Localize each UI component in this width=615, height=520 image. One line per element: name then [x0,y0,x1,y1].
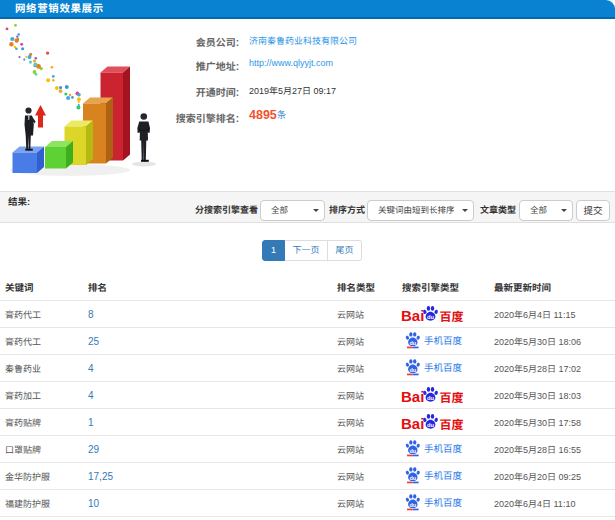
svg-text:du: du [409,475,416,481]
svg-text:Bai: Bai [401,388,424,405]
svg-text:百度: 百度 [440,415,464,432]
svg-text:手机百度: 手机百度 [424,495,463,509]
svg-text:百度: 百度 [440,307,464,324]
svg-text:手机百度: 手机百度 [424,468,463,482]
svg-text:Bai: Bai [401,415,424,432]
svg-text:手机百度: 手机百度 [424,360,463,374]
svg-text:Bai: Bai [401,307,424,324]
svg-text:du: du [409,502,416,508]
svg-text:du: du [409,340,416,346]
svg-text:du: du [427,395,435,401]
svg-text:du: du [409,367,416,373]
svg-text:手机百度: 手机百度 [424,333,463,347]
svg-text:手机百度: 手机百度 [424,441,463,455]
svg-text:du: du [427,314,435,320]
svg-text:du: du [409,448,416,454]
svg-text:百度: 百度 [440,388,464,405]
svg-text:du: du [427,422,435,428]
